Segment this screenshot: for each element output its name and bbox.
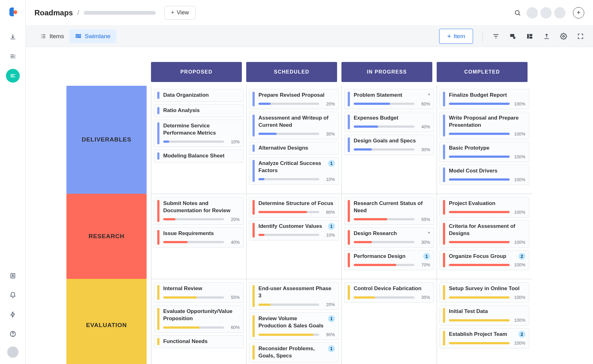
fullscreen-icon[interactable] xyxy=(577,33,584,40)
card[interactable]: Analyze Critical Success Factors110% xyxy=(249,157,339,185)
gear-icon[interactable] xyxy=(560,33,567,40)
progress-label: 100% xyxy=(513,101,525,106)
search-icon[interactable] xyxy=(514,9,521,16)
progress-label: 30% xyxy=(418,147,430,152)
progress-label: 60% xyxy=(418,101,430,106)
bolt-icon[interactable] xyxy=(6,308,20,321)
progress-label: 100% xyxy=(513,131,525,136)
board-cell[interactable]: Submit Notes and Documentation for Revie… xyxy=(151,194,246,279)
export-icon[interactable] xyxy=(543,33,550,40)
card-stripe xyxy=(252,115,255,136)
card[interactable]: Functional Needs xyxy=(154,335,244,348)
board-cell[interactable]: Prepare Revised Proposal20%Assessment an… xyxy=(246,86,341,194)
collaborator-avatar[interactable] xyxy=(540,7,552,18)
card[interactable]: Alternative Designs xyxy=(249,142,339,155)
board-cell[interactable]: Internal Review55%Evaluate Opportunity/V… xyxy=(151,279,246,364)
progress-bar xyxy=(449,264,510,266)
collaborator-avatar[interactable] xyxy=(554,7,565,18)
card-menu-icon[interactable]: ▾ xyxy=(428,92,430,97)
board-cell[interactable]: Research Current Status of Need55%Design… xyxy=(341,194,437,279)
card-menu-icon[interactable]: ▾ xyxy=(428,230,430,235)
card-stripe xyxy=(443,115,445,136)
svg-point-3 xyxy=(13,335,13,336)
card[interactable]: Reconsider Problems, Goals, Specs1 xyxy=(249,342,339,362)
breadcrumb-placeholder[interactable] xyxy=(84,11,156,15)
card-stripe xyxy=(157,285,159,300)
card[interactable]: Review Volume Production & Sales Goals19… xyxy=(249,312,339,340)
card[interactable]: Internal Review55% xyxy=(154,282,244,303)
card[interactable]: Finalize Budget Report100% xyxy=(440,89,529,109)
bell-icon[interactable] xyxy=(6,288,20,302)
card[interactable]: Issue Requirements40% xyxy=(154,227,244,248)
board-cell[interactable]: Setup Survey in Online Tool100%Initial T… xyxy=(437,279,532,364)
card-title: Organize Focus Group xyxy=(449,253,516,260)
card[interactable]: Modeling Balance Sheet xyxy=(154,150,244,162)
card[interactable]: Design Research▾30% xyxy=(344,227,434,248)
collaborator-avatar[interactable] xyxy=(527,7,538,18)
card[interactable]: Establish Project Team2100% xyxy=(440,328,529,348)
layout-icon[interactable] xyxy=(526,33,533,40)
link-icon[interactable] xyxy=(509,33,517,40)
board-cell[interactable]: Determine Structure of Focus80%Identify … xyxy=(246,194,341,279)
board-cell[interactable]: Problem Statement▾60%Expenses Budget40%D… xyxy=(341,86,437,194)
card-badge: 1 xyxy=(328,315,335,322)
progress-label: 100% xyxy=(513,262,525,267)
subbar: Items Swimlane + Item xyxy=(26,26,593,47)
card-stripe xyxy=(443,92,445,106)
card-stripe xyxy=(157,308,159,330)
card[interactable]: Identify Customer Values110% xyxy=(249,220,339,240)
card-title: Analyze Critical Success Factors xyxy=(258,160,325,174)
contacts-icon[interactable] xyxy=(6,269,20,283)
card[interactable]: Ratio Analysis xyxy=(154,104,244,117)
view-button[interactable]: + View xyxy=(164,6,195,20)
card[interactable]: Research Current Status of Need55% xyxy=(344,197,434,225)
card[interactable]: Submit Notes and Documentation for Revie… xyxy=(154,197,244,225)
board-cell[interactable]: Finalize Budget Report100%Write Proposal… xyxy=(437,86,532,194)
add-item-button[interactable]: + Item xyxy=(439,29,473,44)
card-stripe xyxy=(348,253,350,268)
user-avatar[interactable] xyxy=(7,346,18,358)
card-stripe xyxy=(252,92,255,106)
card[interactable]: Basic Prototype100% xyxy=(440,142,529,162)
board-cell[interactable]: Control Device Fabrication35% xyxy=(341,279,437,364)
card-title: Reconsider Problems, Goals, Specs xyxy=(258,345,325,360)
card[interactable]: Project Evaluation100% xyxy=(440,197,529,218)
card[interactable]: Model Cost Drivers100% xyxy=(440,165,529,185)
swimlane-nav-icon[interactable] xyxy=(6,69,20,83)
list-icon[interactable] xyxy=(6,49,20,63)
card[interactable]: Evaluate Opportunity/Value Proposition60… xyxy=(154,305,244,333)
card-badge: 2 xyxy=(518,253,525,260)
card[interactable]: Performance Design170% xyxy=(344,250,434,270)
card[interactable]: Prepare Revised Proposal20% xyxy=(249,89,339,109)
card[interactable]: Assessment and Writeup of Current Need30… xyxy=(249,112,339,139)
card-badge: 1 xyxy=(423,253,430,260)
download-icon[interactable] xyxy=(6,30,20,44)
tab-swimlane[interactable]: Swimlane xyxy=(70,29,116,43)
svg-rect-10 xyxy=(527,34,529,38)
card[interactable]: Organize Focus Group2100% xyxy=(440,250,529,270)
card[interactable]: Criteria for Assessment of Designs100% xyxy=(440,220,529,248)
svg-rect-8 xyxy=(79,36,81,37)
card[interactable]: Write Proposal and Prepare Presentation1… xyxy=(440,112,529,139)
card[interactable]: Design Goals and Specs30% xyxy=(344,135,434,155)
help-icon[interactable] xyxy=(6,327,20,341)
card[interactable]: Determine Service Performance Metrics10% xyxy=(154,120,244,147)
card[interactable]: Data Organization xyxy=(154,89,244,102)
tab-items[interactable]: Items xyxy=(34,29,70,43)
card[interactable]: Control Device Fabrication35% xyxy=(344,282,434,303)
board-cell[interactable]: Data OrganizationRatio AnalysisDetermine… xyxy=(151,86,246,194)
card[interactable]: Determine Structure of Focus80% xyxy=(249,197,339,218)
progress-label: 10% xyxy=(227,139,240,144)
board-scroll[interactable]: PROPOSEDSCHEDULEDIN PROGRESSCOMPLETEDDEL… xyxy=(26,47,593,364)
filter-icon[interactable] xyxy=(492,33,500,40)
board-cell[interactable]: Project Evaluation100%Criteria for Asses… xyxy=(437,194,532,279)
card[interactable]: End-user Assessment Phase 320% xyxy=(249,282,339,310)
add-collaborator-button[interactable]: + xyxy=(573,7,584,18)
card[interactable]: Setup Survey in Online Tool100% xyxy=(440,282,529,303)
card[interactable]: Expenses Budget40% xyxy=(344,112,434,132)
card[interactable]: Initial Test Data100% xyxy=(440,305,529,326)
progress-label: 100% xyxy=(513,177,525,182)
progress-bar xyxy=(258,234,319,236)
card[interactable]: Problem Statement▾60% xyxy=(344,89,434,109)
board-cell[interactable]: End-user Assessment Phase 320%Review Vol… xyxy=(246,279,341,364)
